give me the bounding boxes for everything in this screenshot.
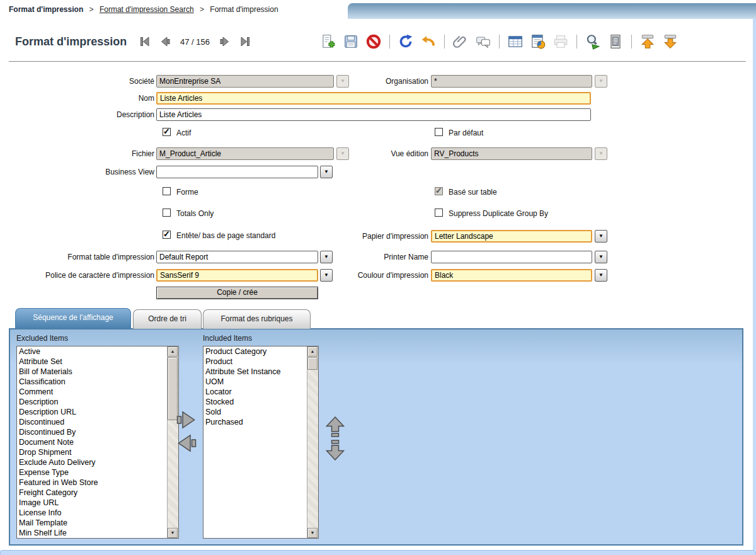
included-scrollbar[interactable]: ▲ ▼ [307,346,318,538]
delete-icon [365,33,382,50]
archive-button[interactable] [605,31,626,52]
list-item[interactable]: Comment [17,387,168,397]
papier-dropdown-button[interactable]: ▼ [595,230,607,243]
societe-field[interactable]: MonEntreprise SA [156,75,334,88]
included-items-listbox[interactable]: Product CategoryProductAttribute Set Ins… [203,346,319,539]
nom-field[interactable]: Liste Articles [156,92,591,105]
next-record-button[interactable] [217,35,232,49]
save-button[interactable] [341,31,361,52]
list-item[interactable]: Description [17,397,168,407]
fichier-field[interactable]: M_Product_Article [156,147,334,160]
papier-field[interactable]: Letter Landscape [431,230,592,243]
first-record-button[interactable] [137,35,152,49]
parent-record-button[interactable] [638,31,658,52]
nom-label: Nom [139,94,154,103]
list-item[interactable]: Drop Shipment [17,447,168,457]
chat-button[interactable] [473,31,493,52]
description-field[interactable]: Liste Articles [156,108,591,121]
scroll-down-button[interactable]: ▼ [168,528,178,538]
list-item[interactable]: Discontinued [17,417,168,427]
detail-record-button[interactable] [660,31,680,52]
excluded-items-listbox[interactable]: ActiveAttribute SetBill of MaterialsClas… [16,346,179,539]
delete-button[interactable] [364,31,384,52]
list-item[interactable]: Attribute Set Instance [203,367,307,377]
list-item[interactable]: UOM [203,377,307,387]
list-item[interactable]: Document Note [17,437,168,447]
tab-ordre-de-tri[interactable]: Ordre de tri [133,309,202,329]
printer-name-field[interactable] [431,251,592,263]
couleur-dropdown-button[interactable]: ▼ [595,269,607,282]
tab-sequence-affichage[interactable]: Séquence de l'affichage [15,308,131,329]
list-item[interactable]: Attribute Set [17,357,168,367]
business-view-field[interactable] [156,166,318,178]
forme-checkbox[interactable] [163,187,171,195]
new-record-button[interactable] [318,31,338,52]
scrollbar-thumb[interactable] [307,357,318,370]
vue-edition-label: Vue édition [391,149,428,158]
zoom-across-button[interactable] [583,31,603,52]
move-left-button[interactable] [175,431,198,457]
totals-only-checkbox[interactable] [163,209,171,217]
scroll-up-button[interactable]: ▲ [307,346,318,357]
list-item[interactable]: Stocked [203,397,307,407]
list-item[interactable]: Min Shelf Life [17,528,168,538]
organisation-field[interactable]: * [431,75,592,88]
move-down-button[interactable] [324,438,346,464]
report-button[interactable] [528,31,548,52]
list-item[interactable]: Exclude Auto Delivery [17,457,168,467]
entete-checkbox[interactable] [163,231,171,239]
copy-create-button[interactable]: Copie / crée [156,287,318,299]
attachment-button[interactable] [450,31,471,52]
actif-checkbox[interactable] [163,128,171,136]
tab-format-rubriques[interactable]: Format des rubriques [203,309,311,329]
list-item[interactable]: Discontinued By [17,427,168,437]
print-icon [553,33,569,50]
suppress-duplicate-checkbox[interactable] [435,209,443,217]
scroll-up-button[interactable]: ▲ [168,346,178,357]
par-defaut-checkbox[interactable] [435,128,443,136]
move-right-button[interactable] [175,408,198,434]
vue-edition-field[interactable]: RV_Products [431,147,592,160]
list-item[interactable]: Classification [17,377,168,387]
format-table-field[interactable]: Default Report [156,251,318,263]
vue-edition-dropdown-button: ▼ [595,147,607,160]
last-record-button[interactable] [238,35,253,49]
undo-button[interactable] [418,31,438,52]
business-view-dropdown-button[interactable]: ▼ [320,166,333,178]
page-title: Format d'impression [15,35,127,49]
previous-record-button[interactable] [158,35,173,49]
printer-name-dropdown-button[interactable]: ▼ [595,251,607,263]
refresh-button[interactable] [396,31,416,52]
list-item[interactable]: Expense Type [17,467,168,478]
excluded-items-list: ActiveAttribute SetBill of MaterialsClas… [17,346,168,538]
couleur-field[interactable]: Black [431,269,592,282]
list-item[interactable]: Purchased [203,417,307,427]
police-dropdown-button[interactable]: ▼ [320,269,333,282]
list-item[interactable]: Bill of Materials [17,367,168,377]
zoom-across-icon [585,33,601,50]
entete-label: Entête/ bas de page standard [176,231,275,240]
list-item[interactable]: Locator [203,387,307,397]
list-item[interactable]: Sold [203,407,307,417]
list-item[interactable]: Active [17,346,168,357]
list-item[interactable]: Featured in Web Store [17,478,168,488]
list-item[interactable]: Product [203,357,307,367]
list-item[interactable]: Freight Category [17,488,168,498]
format-table-dropdown-button[interactable]: ▼ [320,251,333,263]
breadcrumb-item-search-link[interactable]: Format d'impression Search [100,5,194,14]
first-record-icon [138,35,152,48]
print-button[interactable] [551,31,571,52]
list-item[interactable]: Description URL [17,407,168,417]
toolbar [318,31,680,52]
list-item[interactable]: Mail Template [17,518,168,528]
grid-toggle-icon [507,33,524,50]
excluded-items-label: Excluded Items [16,334,68,343]
police-field[interactable]: SansSerif 9 [156,269,318,282]
display-order-panel: Excluded Items ActiveAttribute SetBill o… [9,328,743,546]
list-item[interactable]: Image URL [17,498,168,508]
scroll-down-button[interactable]: ▼ [307,528,318,538]
window-bottom-border[interactable] [0,550,756,555]
list-item[interactable]: Product Category [203,346,307,357]
list-item[interactable]: License Info [17,508,168,518]
grid-toggle-button[interactable] [505,31,525,52]
